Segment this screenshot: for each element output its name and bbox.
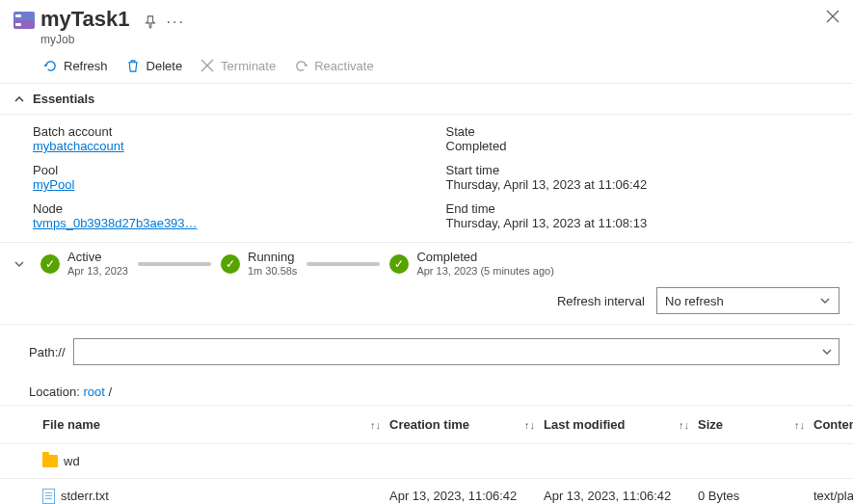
batch-account-label: Batch account <box>33 124 427 139</box>
state-label: State <box>446 124 840 139</box>
col-filename[interactable]: File name <box>42 417 370 432</box>
check-icon: ✓ <box>389 254 409 274</box>
cell-modified: Apr 13, 2023, 11:06:42 <box>544 489 679 503</box>
header: myTask1 myJob ··· <box>0 0 853 50</box>
cell-content: text/pla <box>813 489 853 503</box>
pool-link[interactable]: myPool <box>33 177 74 192</box>
pin-icon[interactable] <box>144 15 157 29</box>
refresh-interval-row: Refresh interval No refresh <box>0 283 853 324</box>
essentials-left-col: Batch account mybatchaccount Pool myPool… <box>33 124 427 230</box>
location-row: Location: root / <box>0 375 853 406</box>
reactivate-label: Reactivate <box>314 59 373 73</box>
end-time-value: Thursday, April 13, 2023 at 11:08:13 <box>446 216 840 230</box>
table-row[interactable]: wd <box>0 444 853 479</box>
timeline-bar <box>138 262 211 266</box>
refresh-interval-label: Refresh interval <box>557 294 645 308</box>
timeline-step-completed: ✓ Completed Apr 13, 2023 (5 minutes ago) <box>389 251 553 278</box>
sort-icon[interactable]: ↑↓ <box>794 419 813 431</box>
col-created[interactable]: Creation time <box>389 417 524 432</box>
pool-label: Pool <box>33 163 427 177</box>
header-actions: ··· <box>144 8 185 31</box>
node-label: Node <box>33 201 427 216</box>
timeline-step-sub: Apr 13, 2023 <box>67 264 128 278</box>
page-subtitle: myJob <box>40 33 130 46</box>
refresh-interval-select[interactable]: No refresh <box>656 287 840 314</box>
end-time-label: End time <box>446 201 840 216</box>
path-row: Path:// <box>0 324 853 375</box>
toolbar: Refresh Delete Terminate Reactivate <box>0 50 853 83</box>
essentials-toggle[interactable]: Essentials <box>0 83 853 115</box>
cell-filename[interactable]: stderr.txt <box>42 489 370 504</box>
status-timeline: ✓ Active Apr 13, 2023 ✓ Running 1m 30.58… <box>0 242 853 283</box>
refresh-interval-value: No refresh <box>665 294 724 308</box>
col-size[interactable]: Size <box>698 417 794 432</box>
refresh-icon <box>42 58 58 73</box>
terminate-button: Terminate <box>200 58 276 73</box>
timeline-step-sub: Apr 13, 2023 (5 minutes ago) <box>416 264 553 278</box>
terminate-label: Terminate <box>221 59 276 73</box>
col-modified[interactable]: Last modified <box>544 417 679 432</box>
chevron-down-icon[interactable] <box>13 258 31 270</box>
path-input[interactable] <box>80 345 821 359</box>
table-row[interactable]: stderr.txtApr 13, 2023, 11:06:42Apr 13, … <box>0 479 853 504</box>
file-icon <box>42 489 55 504</box>
cell-filename[interactable]: wd <box>42 454 370 468</box>
delete-label: Delete <box>147 59 183 73</box>
task-icon <box>13 12 35 29</box>
check-icon: ✓ <box>40 254 60 274</box>
delete-button[interactable]: Delete <box>125 58 183 73</box>
location-suffix: / <box>105 385 112 399</box>
chevron-up-icon <box>13 93 25 105</box>
timeline-step-name: Running <box>248 251 297 264</box>
timeline-step-name: Completed <box>416 251 553 264</box>
cell-created: Apr 13, 2023, 11:06:42 <box>389 489 524 503</box>
file-table: File name ↑↓ Creation time ↑↓ Last modif… <box>0 406 853 504</box>
cell-size: 0 Bytes <box>698 489 794 503</box>
batch-account-link[interactable]: mybatchaccount <box>33 139 124 153</box>
timeline-bar <box>307 262 380 266</box>
sort-icon[interactable]: ↑↓ <box>524 419 544 431</box>
header-text: myTask1 myJob <box>40 8 130 46</box>
node-link[interactable]: tvmps_0b3938d27b3ae393… <box>33 216 198 230</box>
essentials-heading: Essentials <box>33 92 94 106</box>
table-header: File name ↑↓ Creation time ↑↓ Last modif… <box>0 406 853 444</box>
sort-icon[interactable]: ↑↓ <box>679 419 698 431</box>
col-content[interactable]: Conten <box>813 417 853 432</box>
reactivate-button: Reactivate <box>293 58 373 73</box>
essentials-body: Batch account mybatchaccount Pool myPool… <box>0 115 853 242</box>
location-root-link[interactable]: root <box>83 385 104 399</box>
refresh-button[interactable]: Refresh <box>42 58 108 73</box>
chevron-down-icon <box>819 295 831 306</box>
state-value: Completed <box>446 139 840 153</box>
chevron-down-icon <box>821 346 833 358</box>
file-name-text: wd <box>64 454 80 468</box>
terminate-icon <box>200 58 215 73</box>
file-name-text: stderr.txt <box>61 489 109 503</box>
timeline-step-active: ✓ Active Apr 13, 2023 <box>40 251 128 278</box>
check-icon: ✓ <box>221 254 240 274</box>
more-icon[interactable]: ··· <box>167 13 185 31</box>
timeline-step-sub: 1m 30.58s <box>248 264 297 278</box>
page-title: myTask1 <box>40 8 130 31</box>
reactivate-icon <box>293 58 308 73</box>
refresh-label: Refresh <box>64 59 108 73</box>
start-time-value: Thursday, April 13, 2023 at 11:06:42 <box>446 177 840 192</box>
essentials-right-col: State Completed Start time Thursday, Apr… <box>446 124 840 230</box>
path-label: Path:// <box>29 345 66 359</box>
timeline-step-name: Active <box>67 251 128 264</box>
delete-icon <box>125 58 141 73</box>
sort-icon[interactable]: ↑↓ <box>370 419 389 431</box>
start-time-label: Start time <box>446 163 840 177</box>
folder-icon <box>42 455 58 467</box>
path-input-wrap[interactable] <box>73 338 840 365</box>
location-prefix: Location: <box>29 385 83 399</box>
close-icon[interactable] <box>826 10 840 23</box>
timeline-step-running: ✓ Running 1m 30.58s <box>221 251 297 278</box>
